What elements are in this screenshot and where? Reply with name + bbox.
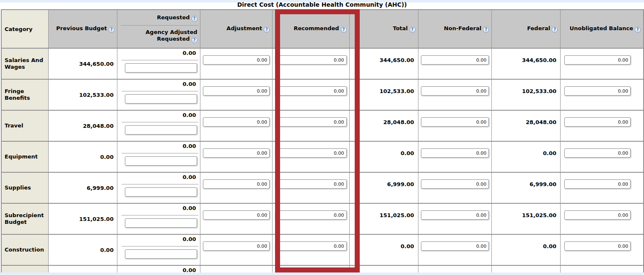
total-value: 344,650.00 [349, 48, 418, 79]
recommended-input[interactable] [275, 179, 346, 189]
table-row-subrecipient-budget: Subrecipient Budget 151,025.00 0.00 151,… [1, 203, 644, 234]
column-header-previous-budget: Previous Budget? [49, 10, 117, 48]
unobligated-balance-cell [561, 172, 644, 203]
previous-budget-value: 151,025.00 [49, 203, 117, 234]
column-header-total: Total? [349, 10, 418, 48]
requested-value: 0.00 [117, 235, 200, 242]
requested-divider [122, 122, 198, 122]
unobligated-balance-input[interactable] [564, 241, 631, 251]
adjustment-input[interactable] [203, 179, 270, 189]
requested-cell: 0.00 [117, 234, 200, 265]
previous-budget-value: 344,650.00 [49, 48, 117, 79]
non-federal-input[interactable] [421, 117, 489, 127]
column-header-federal: Federal? [492, 10, 561, 48]
agency-adjusted-requested-input[interactable] [125, 94, 197, 104]
requested-value: 0.00 [117, 173, 200, 180]
header-row: Category Previous Budget? Requested? Age… [1, 10, 644, 48]
category-cell: Construction [1, 234, 49, 265]
total-value: 151,025.00 [349, 203, 418, 234]
unobligated-balance-cell [561, 79, 644, 110]
adjustment-input[interactable] [203, 86, 270, 96]
help-icon[interactable]: ? [483, 27, 489, 33]
category-cell: Subrecipient Budget [1, 203, 49, 234]
requested-value: 0.00 [117, 80, 200, 87]
help-icon[interactable]: ? [109, 27, 114, 33]
help-icon[interactable]: ? [635, 27, 641, 33]
unobligated-balance-input[interactable] [564, 148, 631, 158]
recommended-cell [273, 172, 349, 203]
adjustment-cell [200, 110, 273, 141]
adjustment-input[interactable] [203, 117, 270, 127]
unobligated-balance-input[interactable] [564, 117, 631, 127]
agency-adjusted-requested-input[interactable] [125, 125, 197, 135]
unobligated-balance-cell [561, 234, 644, 265]
agency-adjusted-requested-input[interactable] [125, 249, 197, 259]
total-value: 0.00 [349, 141, 418, 172]
help-icon[interactable]: ? [341, 27, 347, 33]
adjustment-input[interactable] [203, 55, 270, 65]
non-federal-cell [418, 48, 492, 79]
table-row-travel: Travel 28,048.00 0.00 28,048.00 28,048.0… [1, 110, 644, 141]
requested-header-label: Requested? [117, 10, 200, 22]
help-icon[interactable]: ? [552, 27, 558, 33]
previous-budget-value: 0.00 [49, 141, 117, 172]
recommended-input[interactable] [275, 55, 346, 65]
help-icon[interactable]: ? [410, 27, 415, 33]
recommended-cell [273, 141, 349, 172]
non-federal-input[interactable] [421, 148, 489, 158]
unobligated-balance-cell [561, 141, 644, 172]
non-federal-input[interactable] [421, 86, 489, 96]
table-row-construction: Construction 0.00 0.00 0.00 0.00 [1, 234, 644, 265]
adjustment-cell [200, 48, 273, 79]
federal-value: 0.00 [492, 141, 561, 172]
agency-adjusted-requested-input[interactable] [125, 187, 197, 197]
table-title: Direct Cost (Accountable Health Communit… [0, 1, 644, 8]
adjustment-input[interactable] [203, 241, 270, 251]
non-federal-input[interactable] [421, 55, 489, 65]
help-icon[interactable]: ? [192, 16, 197, 22]
column-header-requested: Requested? Agency Adjusted Requested? [117, 10, 200, 48]
agency-adjusted-requested-input[interactable] [125, 156, 197, 166]
page-bottom-strip [0, 272, 644, 275]
non-federal-input[interactable] [421, 210, 489, 220]
unobligated-balance-input[interactable] [564, 55, 631, 65]
recommended-cell [273, 110, 349, 141]
recommended-cell [273, 79, 349, 110]
requested-value: 0.00 [117, 49, 200, 56]
table-row-equipment: Equipment 0.00 0.00 0.00 0.00 [1, 141, 644, 172]
column-header-adjustment: Adjustment? [200, 10, 273, 48]
non-federal-cell [418, 141, 492, 172]
non-federal-cell [418, 203, 492, 234]
help-icon[interactable]: ? [264, 27, 270, 33]
adjustment-input[interactable] [203, 210, 270, 220]
federal-value: 0.00 [492, 234, 561, 265]
adjustment-cell [200, 234, 273, 265]
requested-cell: 0.00 [117, 172, 200, 203]
unobligated-balance-input[interactable] [564, 86, 631, 96]
requested-value: 0.00 [117, 204, 200, 211]
category-cell: Equipment [1, 141, 49, 172]
non-federal-cell [418, 234, 492, 265]
recommended-input[interactable] [275, 241, 346, 251]
requested-cell: 0.00 [117, 141, 200, 172]
requested-divider [122, 246, 198, 246]
unobligated-balance-input[interactable] [564, 179, 631, 189]
recommended-input[interactable] [275, 117, 346, 127]
total-value: 0.00 [349, 234, 418, 265]
unobligated-balance-input[interactable] [564, 210, 631, 220]
previous-budget-value: 28,048.00 [49, 110, 117, 141]
non-federal-input[interactable] [421, 179, 489, 189]
column-header-recommended: Recommended? [273, 10, 349, 48]
agency-adjusted-requested-input[interactable] [125, 218, 197, 228]
previous-budget-value: 0.00 [49, 234, 117, 265]
agency-adjusted-requested-input[interactable] [125, 63, 197, 73]
adjustment-input[interactable] [203, 148, 270, 158]
recommended-input[interactable] [275, 148, 346, 158]
federal-value: 28,048.00 [492, 110, 561, 141]
non-federal-input[interactable] [421, 241, 489, 251]
recommended-input[interactable] [275, 210, 346, 220]
previous-budget-value: 102,533.00 [49, 79, 117, 110]
help-icon[interactable]: ? [192, 37, 197, 43]
total-value: 102,533.00 [349, 79, 418, 110]
recommended-input[interactable] [275, 86, 346, 96]
